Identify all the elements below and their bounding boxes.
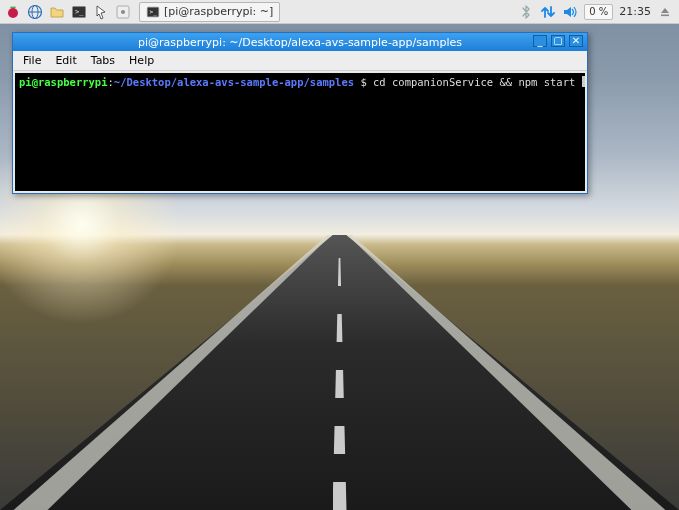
taskbar-window-button[interactable]: >_ [pi@raspberrypi: ~] [139, 2, 280, 22]
clock[interactable]: 21:35 [619, 5, 651, 18]
window-controls: _ ▢ ✕ [533, 35, 583, 47]
terminal-viewport[interactable]: pi@raspberrypi:~/Desktop/alexa-avs-sampl… [15, 73, 585, 191]
menu-edit[interactable]: Edit [49, 52, 82, 69]
cpu-usage-text: 0 % [589, 6, 608, 17]
taskbar-launchers: >_ [0, 2, 133, 22]
maximize-button[interactable]: ▢ [551, 35, 565, 47]
cpu-usage-badge[interactable]: 0 % [584, 4, 613, 20]
terminal-icon: >_ [146, 5, 160, 19]
prompt-user-host: pi@raspberrypi [19, 76, 108, 88]
raspberry-menu-icon[interactable] [3, 2, 23, 22]
terminal-window: pi@raspberrypi: ~/Desktop/alexa-avs-samp… [12, 32, 588, 194]
prompt-sigil: $ [354, 76, 373, 88]
menu-file[interactable]: File [17, 52, 47, 69]
window-title: pi@raspberrypi: ~/Desktop/alexa-avs-samp… [138, 36, 462, 49]
taskbar: >_ >_ [pi@raspberrypi: ~] 0 % [0, 0, 679, 24]
terminal-cursor [582, 76, 585, 87]
desktop-background: >_ >_ [pi@raspberrypi: ~] 0 % [0, 0, 679, 510]
menu-help[interactable]: Help [123, 52, 160, 69]
menu-tabs[interactable]: Tabs [85, 52, 121, 69]
eject-icon[interactable] [657, 4, 673, 20]
system-tray: 0 % 21:35 [518, 4, 679, 20]
taskbar-window-label: [pi@raspberrypi: ~] [164, 5, 273, 18]
svg-point-7 [121, 10, 125, 14]
network-updown-icon[interactable] [540, 4, 556, 20]
settings-icon[interactable] [113, 2, 133, 22]
bluetooth-icon[interactable] [518, 4, 534, 20]
globe-icon[interactable] [25, 2, 45, 22]
close-button[interactable]: ✕ [569, 35, 583, 47]
volume-icon[interactable] [562, 4, 578, 20]
svg-point-0 [8, 8, 18, 18]
minimize-button[interactable]: _ [533, 35, 547, 47]
svg-text:>_: >_ [75, 8, 84, 16]
svg-text:>_: >_ [150, 7, 158, 15]
prompt-path: ~/Desktop/alexa-avs-sample-app/samples [114, 76, 354, 88]
mouse-pointer-icon[interactable] [91, 2, 111, 22]
prompt-command: cd companionService && npm start [373, 76, 575, 88]
window-titlebar[interactable]: pi@raspberrypi: ~/Desktop/alexa-avs-samp… [13, 33, 587, 51]
terminal-icon[interactable]: >_ [69, 2, 89, 22]
svg-rect-10 [661, 14, 669, 16]
terminal-menubar: File Edit Tabs Help [13, 51, 587, 71]
file-manager-icon[interactable] [47, 2, 67, 22]
